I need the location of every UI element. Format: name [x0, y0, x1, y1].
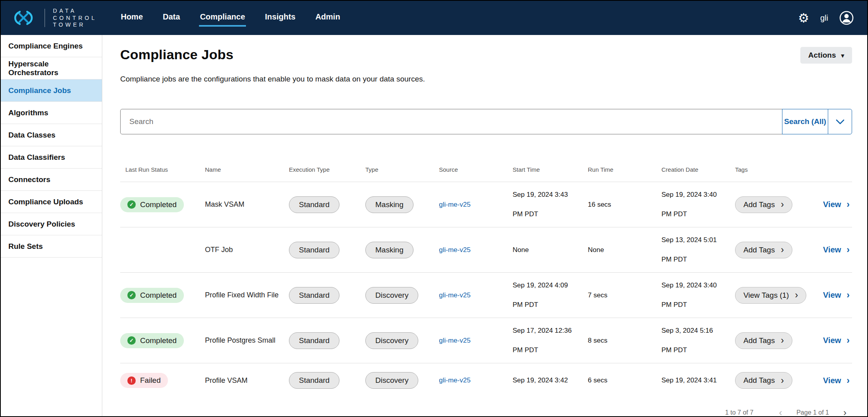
page-indicator: Page 1 of 1: [796, 409, 829, 416]
check-icon: ✓: [127, 291, 136, 299]
nav-item-home[interactable]: Home: [120, 9, 144, 27]
top-navbar: DATA CONTROL TOWER Home Data Compliance …: [1, 1, 867, 35]
search-bar: Search (All): [120, 109, 852, 134]
prev-page-button[interactable]: ‹: [779, 408, 782, 416]
sidebar-item-compliance-jobs[interactable]: Compliance Jobs: [1, 80, 102, 102]
creation-date-line1: Sep 19, 2024 3:41: [661, 376, 735, 384]
page-title: Compliance Jobs: [120, 47, 234, 62]
tags-button[interactable]: Add Tags ›: [735, 242, 792, 258]
sidebar-item-hyperscale-orchestrators[interactable]: Hyperscale Orchestrators: [1, 57, 102, 80]
tags-button[interactable]: View Tags (1) ›: [735, 287, 806, 304]
tags-label: View Tags (1): [743, 291, 789, 300]
account-icon[interactable]: [839, 11, 854, 25]
pagination: ‹ Page 1 of 1 ›: [779, 408, 847, 416]
chevron-right-icon: ›: [847, 201, 850, 208]
view-label: View: [823, 200, 841, 209]
source-link[interactable]: gli-me-v25: [439, 376, 470, 384]
brand-line: CONTROL: [53, 15, 97, 21]
source-link[interactable]: gli-me-v25: [439, 291, 470, 299]
view-button[interactable]: View ›: [823, 336, 850, 345]
status-label: Completed: [140, 200, 177, 209]
sidebar-item-rule-sets[interactable]: Rule Sets: [1, 235, 102, 258]
tags-button[interactable]: Add Tags ›: [735, 332, 792, 349]
source-link[interactable]: gli-me-v25: [439, 246, 470, 254]
search-all-button[interactable]: Search (All): [782, 109, 828, 134]
username: gli: [820, 14, 828, 23]
chevron-right-icon: ›: [781, 377, 784, 384]
nav-item-data[interactable]: Data: [162, 9, 181, 27]
start-time-line1: Sep 19, 2024 3:43: [513, 191, 588, 199]
brand-line: TOWER: [53, 22, 97, 28]
status-badge: ✓ Completed: [120, 333, 184, 348]
status-label: Completed: [140, 336, 177, 345]
view-label: View: [823, 291, 841, 300]
execution-type-badge: Standard: [289, 242, 339, 258]
run-time: None: [588, 246, 604, 254]
brand-divider: [45, 9, 45, 27]
chevron-right-icon: ›: [781, 337, 784, 344]
source-link[interactable]: gli-me-v25: [439, 337, 470, 344]
type-badge: Discovery: [365, 332, 418, 349]
column-header: Start Time: [513, 166, 588, 173]
table-row: ! Failed Profile VSAM Standard Discovery…: [120, 363, 852, 398]
app-window: DATA CONTROL TOWER Home Data Compliance …: [0, 0, 868, 417]
view-label: View: [823, 376, 841, 385]
column-header: [820, 166, 852, 173]
sidebar-item-algorithms[interactable]: Algorithms: [1, 102, 102, 124]
column-header: Tags: [735, 166, 820, 173]
brand: DATA CONTROL TOWER: [10, 8, 97, 28]
page-description: Compliance jobs are the configurations t…: [120, 75, 852, 83]
source-link[interactable]: gli-me-v25: [439, 201, 470, 208]
view-button[interactable]: View ›: [823, 376, 850, 385]
view-label: View: [823, 336, 841, 345]
navbar-right: ⚙ gli: [798, 11, 854, 25]
sidebar-item-data-classifiers[interactable]: Data Classifiers: [1, 146, 102, 169]
start-time-line2: PM PDT: [513, 346, 588, 354]
creation-date-line2: PM PDT: [661, 256, 735, 264]
view-button[interactable]: View ›: [823, 291, 850, 300]
caret-down-icon: ▾: [841, 52, 844, 58]
search-input[interactable]: [120, 109, 782, 134]
tags-button[interactable]: Add Tags ›: [735, 196, 792, 213]
sidebar-item-compliance-uploads[interactable]: Compliance Uploads: [1, 191, 102, 213]
actions-button[interactable]: Actions ▾: [800, 47, 852, 64]
column-header: Run Time: [588, 166, 661, 173]
nav-item-insights[interactable]: Insights: [264, 9, 296, 27]
status-badge: ! Failed: [120, 373, 168, 388]
row-range: 1 to 7 of 7: [725, 409, 753, 416]
job-name: Profile Fixed Width File: [205, 291, 279, 299]
nav-item-compliance[interactable]: Compliance: [199, 9, 246, 27]
sidebar: Compliance Engines Hyperscale Orchestrat…: [1, 35, 102, 416]
start-time-line1: Sep 19, 2024 3:42: [513, 376, 588, 384]
main-content: Compliance Jobs Actions ▾ Compliance job…: [102, 35, 867, 416]
search-scope-dropdown[interactable]: [828, 109, 852, 134]
nav-item-admin[interactable]: Admin: [314, 9, 341, 27]
page-body: Compliance Engines Hyperscale Orchestrat…: [1, 35, 867, 416]
page-header: Compliance Jobs Actions ▾: [120, 47, 852, 64]
sidebar-item-discovery-policies[interactable]: Discovery Policies: [1, 213, 102, 235]
job-name: OTF Job: [205, 246, 233, 254]
creation-date-line2: PM PDT: [661, 210, 735, 218]
dct-logo-icon: [10, 9, 37, 27]
execution-type-badge: Standard: [289, 196, 339, 213]
table-row: ✓ Completed Profile Postgres Small Stand…: [120, 318, 852, 363]
view-label: View: [823, 245, 841, 254]
sidebar-item-compliance-engines[interactable]: Compliance Engines: [1, 35, 102, 57]
start-time-line1: None: [513, 246, 588, 254]
table-row: OTF Job Standard Masking gli-me-v25 None…: [120, 227, 852, 272]
exclamation-icon: !: [127, 376, 136, 385]
job-name: Profile VSAM: [205, 376, 248, 384]
creation-date-line1: Sep 3, 2024 5:16: [661, 327, 735, 335]
chevron-right-icon: ›: [847, 377, 850, 384]
settings-icon[interactable]: ⚙: [798, 12, 809, 24]
view-button[interactable]: View ›: [823, 245, 850, 254]
view-button[interactable]: View ›: [823, 200, 850, 209]
chevron-right-icon: ›: [847, 246, 850, 253]
table-header: Last Run Status Name Execution Type Type…: [120, 166, 852, 182]
sidebar-item-data-classes[interactable]: Data Classes: [1, 124, 102, 146]
sidebar-item-connectors[interactable]: Connectors: [1, 169, 102, 191]
column-header: Creation Date: [661, 166, 735, 173]
tags-button[interactable]: Add Tags ›: [735, 372, 792, 389]
next-page-button[interactable]: ›: [843, 408, 847, 416]
check-icon: ✓: [127, 336, 136, 345]
